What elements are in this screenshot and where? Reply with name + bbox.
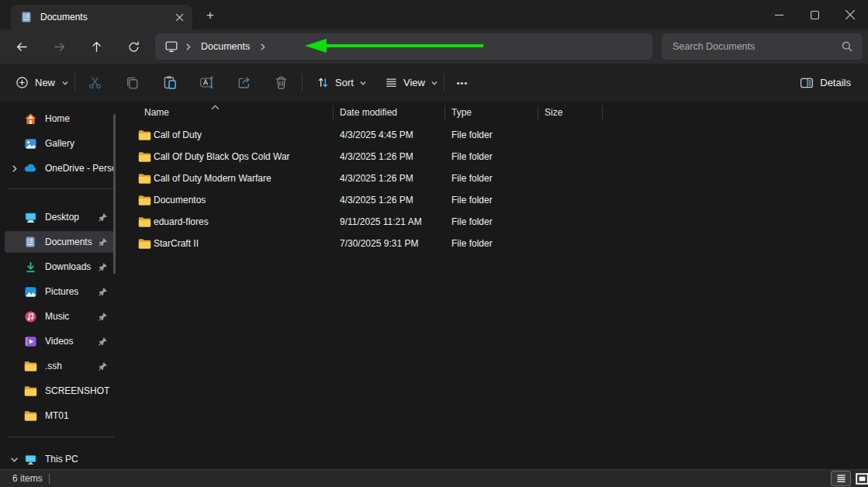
back-arrow-icon: [16, 40, 29, 54]
view-button[interactable]: View: [377, 70, 446, 95]
file-row-call-of-duty[interactable]: Call of Duty 4/3/2025 4:45 PM File folde…: [124, 124, 868, 146]
up-button[interactable]: [84, 34, 109, 59]
new-tab-button[interactable]: +: [201, 6, 220, 25]
file-name: Call Of Duty Black Ops Cold War: [154, 146, 290, 168]
sidebar-item-ssh[interactable]: .ssh: [5, 355, 115, 377]
breadcrumb-documents[interactable]: Documents: [201, 41, 250, 52]
sidebar-item-home[interactable]: Home: [5, 108, 115, 130]
file-date-modified: 7/30/2025 9:31 PM: [340, 233, 418, 254]
forward-arrow-icon: [53, 40, 66, 54]
this-pc-icon: [23, 452, 37, 466]
sort-button[interactable]: Sort: [309, 70, 375, 95]
share-button[interactable]: [230, 70, 258, 95]
file-name: Documentos: [154, 189, 206, 211]
music-icon: [23, 309, 37, 323]
breadcrumb-chevron-icon: [259, 43, 266, 51]
pin-icon: [98, 337, 110, 347]
column-separator[interactable]: [333, 105, 334, 120]
file-name: Call of Duty Modern Warfare: [154, 168, 271, 189]
window-controls: [761, 0, 868, 29]
minimize-button[interactable]: [761, 0, 797, 29]
status-bar: 6 items: [0, 469, 868, 487]
column-separator[interactable]: [444, 105, 445, 120]
sidebar-item-screenshot[interactable]: SCREENSHOT: [5, 380, 115, 402]
copy-icon: [125, 75, 140, 90]
file-date-modified: 9/11/2025 11:21 AM: [340, 211, 422, 233]
tab-title: Documents: [40, 12, 172, 22]
more-options-button[interactable]: •••: [448, 70, 476, 95]
refresh-button[interactable]: [121, 34, 146, 59]
column-header-name[interactable]: Name: [144, 107, 169, 118]
sidebar-item-onedrive[interactable]: OneDrive - Personal: [5, 157, 115, 179]
sidebar-item-videos[interactable]: Videos: [5, 330, 115, 352]
content-area: Home Gallery OneDrive - Personal: [0, 102, 868, 469]
tab-close-icon[interactable]: [172, 10, 186, 24]
folder-icon: [138, 173, 151, 185]
sidebar-scrollbar[interactable]: [113, 114, 116, 274]
address-bar[interactable]: Documents: [155, 33, 652, 60]
ellipsis-icon: •••: [457, 78, 469, 88]
folder-icon: [23, 384, 37, 398]
up-arrow-icon: [90, 40, 103, 54]
pin-icon: [98, 312, 110, 322]
sidebar-item-desktop[interactable]: Desktop: [5, 206, 115, 228]
sidebar-divider: [8, 437, 115, 437]
new-button-label: New: [35, 77, 55, 88]
back-button[interactable]: [9, 34, 34, 59]
sidebar-item-gallery[interactable]: Gallery: [5, 133, 115, 154]
chevron-down-icon: [61, 79, 69, 87]
file-date-modified: 4/3/2025 1:26 PM: [340, 189, 413, 211]
share-icon: [237, 75, 251, 90]
tab-documents[interactable]: Documents: [11, 5, 192, 29]
chevron-down-icon[interactable]: [5, 456, 23, 463]
plus-circle-icon: [16, 76, 29, 89]
details-button-label: Details: [820, 77, 851, 88]
column-header-date-modified[interactable]: Date modified: [340, 107, 397, 118]
sidebar-divider: [8, 188, 115, 189]
paste-button[interactable]: [155, 70, 183, 95]
trash-icon: [274, 75, 289, 90]
close-button[interactable]: [832, 0, 868, 29]
toolbar-divider: [74, 74, 75, 92]
copy-button[interactable]: [118, 70, 146, 95]
folder-icon: [138, 238, 151, 250]
pin-icon: [98, 287, 110, 297]
file-row-documentos[interactable]: Documentos 4/3/2025 1:26 PM File folder: [124, 189, 868, 211]
sidebar-item-pictures[interactable]: Pictures: [5, 281, 115, 302]
column-header-type[interactable]: Type: [451, 107, 472, 118]
file-row-eduard-flores[interactable]: eduard-flores 9/11/2025 11:21 AM File fo…: [124, 211, 868, 233]
sidebar-item-music[interactable]: Music: [5, 306, 115, 327]
details-view-toggle[interactable]: [831, 471, 851, 486]
folder-icon: [138, 195, 151, 206]
column-separator[interactable]: [538, 105, 538, 120]
pictures-icon: [23, 285, 37, 299]
delete-button[interactable]: [267, 70, 295, 95]
large-icons-view-toggle[interactable]: [853, 471, 868, 486]
file-name: eduard-flores: [154, 211, 209, 233]
file-type: File folder: [451, 211, 493, 233]
maximize-button[interactable]: [797, 0, 832, 29]
column-separator[interactable]: [602, 105, 603, 120]
new-button[interactable]: New: [8, 70, 77, 95]
search-input[interactable]: Search Documents: [662, 33, 863, 60]
forward-button[interactable]: [47, 34, 71, 59]
sidebar-item-this-pc[interactable]: This PC: [5, 448, 115, 469]
details-pane-button[interactable]: Details: [792, 70, 859, 95]
rename-icon: [199, 75, 214, 90]
sidebar-item-mt01[interactable]: MT01: [5, 405, 115, 427]
file-row-cod-modern-warfare[interactable]: Call of Duty Modern Warfare 4/3/2025 1:2…: [124, 168, 868, 189]
column-header-size[interactable]: Size: [545, 107, 562, 118]
file-row-starcraft-ii[interactable]: StarCraft II 7/30/2025 9:31 PM File fold…: [124, 233, 868, 254]
sidebar-item-documents[interactable]: Documents: [5, 231, 115, 253]
sidebar-item-downloads[interactable]: Downloads: [5, 256, 115, 278]
file-name: StarCraft II: [154, 233, 199, 254]
cut-button[interactable]: [81, 70, 109, 95]
details-pane-icon: [800, 76, 814, 90]
home-icon: [23, 112, 37, 126]
file-row-cod-black-ops-cold-war[interactable]: Call Of Duty Black Ops Cold War 4/3/2025…: [124, 146, 868, 168]
chevron-right-icon[interactable]: [5, 164, 23, 173]
folder-icon: [138, 151, 151, 163]
close-icon: [846, 10, 855, 19]
paste-icon: [162, 75, 177, 90]
rename-button[interactable]: [192, 70, 220, 95]
